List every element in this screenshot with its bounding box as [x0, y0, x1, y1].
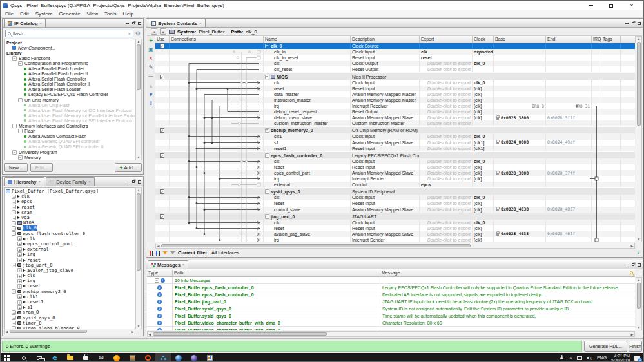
- column-header-path[interactable]: Path: [173, 270, 380, 276]
- export-placeholder[interactable]: Double-click to export: [427, 140, 471, 145]
- hierarchy-item[interactable]: +vga: [5, 215, 135, 220]
- hierarchy-item[interactable]: +NIOS: [5, 220, 135, 225]
- duplicate-icon[interactable]: ▣: [148, 47, 153, 52]
- add-component-icon[interactable]: +: [149, 38, 153, 43]
- interface-row-reset[interactable]: resetReset InputDouble-click to export[c…: [155, 164, 635, 170]
- export-value[interactable]: reset: [421, 55, 432, 60]
- expander-icon[interactable]: −: [265, 214, 269, 219]
- lock-icon[interactable]: [496, 209, 499, 211]
- taskbar-media-app-icon[interactable]: [124, 353, 140, 362]
- clock-value[interactable]: [clk]: [474, 238, 482, 242]
- column-header-extra[interactable]: [621, 36, 636, 43]
- expander-icon[interactable]: −: [18, 155, 23, 160]
- interface-row-clk_in_reset[interactable]: clk_in_resetReset Inputreset: [155, 55, 635, 61]
- message-row[interactable]: iPixel_Buffer.epcs_flash_controller_0Ded…: [147, 291, 635, 298]
- expander-icon[interactable]: −: [12, 124, 17, 128]
- hierarchy-item[interactable]: +clk_0: [5, 225, 135, 231]
- ip-tree-item[interactable]: −On Chip Memory: [5, 97, 135, 102]
- clock-value[interactable]: [clk]: [474, 226, 482, 231]
- expander-icon[interactable]: −: [265, 189, 269, 194]
- expander-icon[interactable]: −: [12, 56, 17, 61]
- ip-tree-item[interactable]: −University Program: [5, 149, 135, 155]
- clock-value[interactable]: clk_0: [474, 81, 485, 85]
- tab-ip-catalog[interactable]: IP Catalog ×: [4, 19, 46, 27]
- ip-tree-item[interactable]: Altera Generic QUAD SPI controller: [5, 139, 135, 144]
- tab-close-icon[interactable]: ×: [39, 180, 41, 184]
- panel-float-icon[interactable]: [632, 22, 634, 24]
- base-address[interactable]: 0x0028_4038: [501, 231, 529, 236]
- hierarchy-item[interactable]: +sram_0: [5, 310, 135, 315]
- module-row-jtag_uart_0[interactable]: ✓−jtag_uart_0JTAG UART: [155, 214, 635, 220]
- expander-icon[interactable]: −: [265, 75, 269, 79]
- column-header-connections[interactable]: Connections: [170, 36, 264, 43]
- column-header-use[interactable]: Use: [155, 36, 170, 43]
- new-button[interactable]: New...: [4, 163, 28, 172]
- checkbox[interactable]: ✓: [160, 153, 164, 158]
- expander-icon[interactable]: −: [12, 150, 17, 155]
- hierarchy-item[interactable]: +clk1: [5, 294, 135, 300]
- tab-messages[interactable]: Messages ×: [148, 260, 188, 269]
- taskbar-edge-icon[interactable]: e: [47, 353, 63, 362]
- panel-maximize-icon[interactable]: [638, 263, 641, 267]
- clear-filter-icon[interactable]: [170, 251, 175, 254]
- export-placeholder[interactable]: Double-click to export: [427, 201, 471, 205]
- clock-value[interactable]: [clk]: [474, 176, 482, 181]
- menu-tools[interactable]: Tools: [101, 11, 120, 17]
- volume-icon[interactable]: [587, 356, 592, 361]
- panel-maximize-icon[interactable]: [638, 22, 641, 25]
- menu-file[interactable]: File: [2, 11, 17, 17]
- message-row[interactable]: iPixel_Buffer.sysid_qsys_0System ID is n…: [147, 305, 635, 312]
- column-header-name[interactable]: Name: [264, 36, 351, 43]
- message-row[interactable]: iPixel_Buffer.jtag_uart_0JTAG UART IP in…: [147, 298, 635, 305]
- menu-edit[interactable]: Edit: [17, 11, 32, 17]
- clock-value[interactable]: exported: [474, 50, 493, 54]
- clock-value[interactable]: clk_0: [474, 195, 485, 200]
- message-row[interactable]: iPixel_Buffer.epcs_flash_controller_0Leg…: [147, 284, 635, 291]
- expander-icon[interactable]: +: [12, 210, 16, 214]
- ip-tree-item[interactable]: Altera Parallel Flash Loader II: [5, 71, 135, 77]
- panel-minimize-icon[interactable]: [126, 182, 129, 182]
- notifications-icon[interactable]: 1: [634, 356, 640, 361]
- ip-tree-item[interactable]: −Configuration and Programming: [5, 61, 135, 66]
- ip-tree-item[interactable]: Altera On-Chip Flash: [5, 102, 135, 108]
- show-signals-icon[interactable]: [150, 251, 153, 256]
- maximize-button[interactable]: [601, 1, 621, 10]
- move-bottom-icon[interactable]: ⇕: [149, 101, 153, 106]
- clock[interactable]: 4:21 PM 5/20/2019: [611, 354, 630, 362]
- expander-icon[interactable]: +: [17, 236, 22, 241]
- expander-icon[interactable]: −: [155, 278, 159, 283]
- interface-row-clk_in[interactable]: clk_inClock Inputclkexported: [155, 49, 635, 55]
- clock-value[interactable]: [clk1]: [474, 140, 484, 145]
- interface-row-clk[interactable]: clkClock OutputDouble-click to exportclk…: [155, 61, 635, 66]
- messages-vscrollbar[interactable]: ▲ ▼: [636, 277, 642, 330]
- export-placeholder[interactable]: Double-click to export: [427, 115, 471, 120]
- move-up-button[interactable]: ▲: [160, 28, 166, 35]
- lock-icon[interactable]: [496, 173, 499, 175]
- language-indicator[interactable]: ENG: [597, 356, 607, 360]
- ip-tree-item[interactable]: −Basic Functions: [5, 55, 135, 61]
- export-placeholder[interactable]: Double-click to export: [427, 159, 471, 164]
- taskbar-qsys-icon[interactable]: [155, 353, 171, 362]
- lock-icon[interactable]: [496, 117, 499, 120]
- export-placeholder[interactable]: Double-click to export: [427, 61, 471, 66]
- interface-row-clk[interactable]: clkClock InputDouble-click to exportclk_…: [155, 195, 635, 200]
- lock-icon[interactable]: [496, 142, 499, 144]
- expander-icon[interactable]: +: [17, 279, 22, 283]
- base-address[interactable]: 0x0028_3800: [501, 115, 529, 120]
- expander-icon[interactable]: +: [12, 310, 16, 315]
- message-row[interactable]: iPixel_Buffer.video_character_buffer_wit…: [147, 327, 635, 330]
- tab-system-contents[interactable]: System Contents ×: [148, 19, 206, 27]
- ip-tree-item[interactable]: Altera Avalon Compact Flash: [5, 134, 135, 139]
- expander-icon[interactable]: −: [265, 44, 269, 48]
- clock-value[interactable]: [clk]: [474, 232, 482, 236]
- hierarchy-item[interactable]: +reset: [5, 283, 135, 289]
- clear-search-icon[interactable]: ×: [128, 32, 131, 36]
- taskbar-firefox-icon[interactable]: [109, 353, 124, 362]
- message-row[interactable]: iPixel_Buffer.sysid_qsys_0Time stamp wil…: [147, 312, 635, 319]
- hierarchy-item[interactable]: +clk: [5, 194, 135, 199]
- interface-row-clk[interactable]: clkClock InputDouble-click to exportclk_…: [155, 80, 635, 86]
- expander-icon[interactable]: −: [18, 129, 23, 133]
- clock-value[interactable]: clk_0: [474, 159, 485, 164]
- ip-tree-item[interactable]: Altera User Flash Memory for SPI Interfa…: [5, 118, 135, 123]
- edit-icon[interactable]: ✎: [149, 65, 153, 70]
